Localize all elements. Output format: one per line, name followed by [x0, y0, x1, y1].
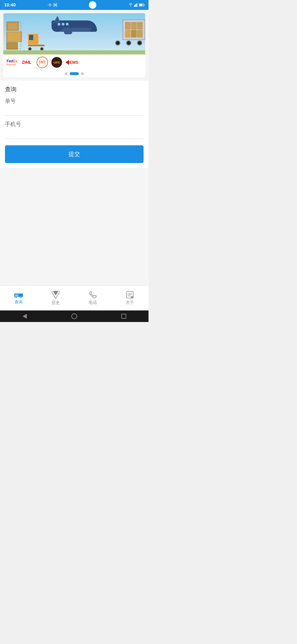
back-button[interactable]: [21, 313, 28, 320]
svg-rect-4: [135, 4, 136, 7]
tracking-number-input[interactable]: [5, 106, 144, 116]
tnt-logo: TNT: [36, 56, 48, 68]
settings-icon: [48, 3, 52, 7]
home-button[interactable]: [71, 313, 77, 320]
home-icon: [71, 313, 77, 319]
carrier-logos: FedEx Express DHL TNT UPS EMS: [3, 54, 145, 70]
android-nav-bar: [0, 310, 148, 322]
phone-label: 手机号: [5, 120, 144, 128]
dot-1[interactable]: [65, 72, 68, 75]
nav-label-phone: 电话: [89, 300, 97, 305]
status-bar: 10:40: [0, 0, 148, 10]
svg-point-29: [132, 298, 132, 298]
nav-item-search[interactable]: 查询: [0, 292, 37, 305]
nav-item-history[interactable]: 历史: [37, 291, 74, 306]
recent-icon: [121, 314, 126, 319]
form-section-title: 查询: [5, 86, 144, 93]
nav-item-about[interactable]: 关于: [111, 291, 148, 305]
right-status-icons: [128, 3, 144, 7]
about-icon: [126, 291, 134, 298]
banner-image: [3, 13, 145, 54]
ups-logo: UPS: [51, 57, 62, 68]
svg-rect-8: [144, 4, 144, 6]
history-icon: [52, 291, 60, 299]
fedex-logo: FedEx Express: [6, 59, 17, 66]
dhl-logo: DHL: [21, 60, 33, 65]
phone-group: 手机号: [5, 120, 144, 139]
banner-pagination: [3, 70, 145, 77]
camera-dot: [89, 1, 96, 9]
phone-input[interactable]: [5, 130, 144, 139]
back-icon: [23, 314, 27, 319]
tracking-number-group: 单号: [5, 98, 144, 116]
airplane: [51, 20, 97, 32]
svg-rect-6: [137, 3, 138, 7]
recent-button[interactable]: [120, 313, 127, 320]
svg-rect-12: [20, 294, 23, 294]
truck-icon: [14, 292, 23, 298]
forklift: [28, 34, 44, 51]
content-spacer: [0, 168, 148, 209]
svg-point-16: [20, 297, 21, 298]
svg-rect-3: [134, 5, 135, 7]
status-time: 10:40: [4, 2, 16, 8]
svg-marker-19: [53, 291, 58, 295]
svg-point-14: [15, 297, 16, 298]
ground: [3, 50, 145, 54]
svg-rect-17: [15, 294, 18, 296]
nav-label-about: 关于: [126, 300, 134, 305]
svg-point-0: [49, 4, 51, 6]
svg-rect-9: [139, 4, 143, 6]
status-icons: [48, 3, 57, 7]
svg-rect-5: [136, 4, 137, 7]
wifi-icon: [128, 3, 133, 7]
nav-item-phone[interactable]: 电话: [74, 291, 111, 305]
content-area: FedEx Express DHL TNT UPS EMS: [0, 10, 148, 286]
signal-icon: [134, 3, 138, 7]
ems-logo: EMS: [65, 60, 78, 65]
banner-section: FedEx Express DHL TNT UPS EMS: [3, 13, 145, 77]
tracking-number-label: 单号: [5, 98, 144, 105]
cargo-boxes-left: [6, 22, 22, 50]
sim-icon: [53, 3, 57, 7]
battery-icon: [139, 4, 144, 6]
submit-button[interactable]: 提交: [5, 145, 144, 163]
bottom-nav: 查询 历史 电话 关于: [0, 286, 148, 310]
delivery-truck: [112, 20, 145, 46]
nav-label-search: 查询: [14, 299, 23, 305]
query-form-section: 查询 单号 手机号 提交: [0, 80, 148, 168]
nav-label-history: 历史: [51, 300, 60, 306]
phone-icon: [89, 291, 96, 298]
svg-rect-2: [54, 4, 56, 6]
dot-3[interactable]: [81, 72, 84, 75]
dot-2-active[interactable]: [70, 72, 79, 75]
